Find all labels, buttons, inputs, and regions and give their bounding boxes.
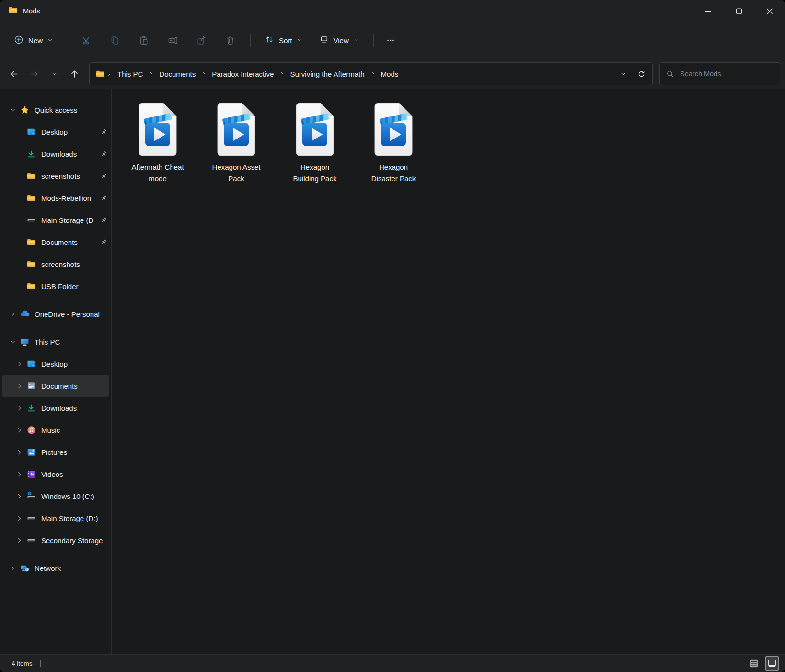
file-item[interactable]: Hexagon AssetPack (197, 101, 276, 185)
sidebar-item-label: screenshots (41, 172, 98, 180)
sidebar-item-label: Music (41, 426, 109, 434)
new-button[interactable]: New (7, 30, 60, 51)
breadcrumb-item[interactable]: Mods (377, 68, 403, 81)
pin-icon (98, 150, 109, 158)
plus-circle-icon (13, 35, 24, 46)
sidebar-item-desktop[interactable]: Desktop (2, 353, 109, 375)
up-button[interactable] (64, 65, 84, 82)
sort-button[interactable]: Sort (258, 30, 309, 50)
chevron-down-icon[interactable] (7, 106, 18, 114)
sidebar-item-label: Pictures (41, 448, 109, 456)
toolbar-actions (72, 31, 244, 50)
sidebar-item-screenshots[interactable]: screenshots (2, 165, 109, 187)
paste-button[interactable] (132, 31, 155, 50)
sidebar-item-music[interactable]: Music (2, 419, 109, 441)
breadcrumb-item[interactable]: Documents (155, 68, 199, 81)
large-icons-view-button[interactable] (765, 656, 779, 671)
chevron-right-icon[interactable] (7, 565, 18, 572)
sidebar-item-main-storage-d[interactable]: Main Storage (D:) (2, 507, 109, 529)
more-options-button[interactable] (380, 31, 402, 50)
file-item[interactable]: HexagonDisaster Pack (354, 101, 433, 185)
media-file-icon (135, 102, 180, 157)
paste-icon (139, 35, 150, 46)
breadcrumb-folder-icon (95, 69, 105, 79)
breadcrumb-item[interactable]: This PC (114, 68, 147, 81)
file-name: HexagonDisaster Pack (371, 162, 416, 185)
back-button[interactable] (4, 65, 24, 82)
file-item[interactable]: HexagonBuilding Pack (276, 101, 354, 185)
sidebar-item-quick-access[interactable]: Quick access (2, 99, 109, 121)
desktop-icon (25, 127, 37, 137)
folder-icon (8, 5, 18, 17)
pin-icon (98, 172, 109, 180)
sidebar-item-main-storage-d[interactable]: Main Storage (D (2, 209, 109, 231)
address-bar[interactable]: This PCDocumentsParadox InteractiveSurvi… (89, 62, 653, 85)
breadcrumb-item[interactable]: Surviving the Aftermath (286, 68, 368, 81)
details-view-button[interactable] (747, 656, 761, 671)
sidebar-item-videos[interactable]: Videos (2, 463, 109, 485)
address-bar-row: This PCDocumentsParadox InteractiveSurvi… (0, 58, 785, 89)
close-button[interactable] (754, 0, 785, 22)
sidebar-item-documents[interactable]: Documents (2, 375, 109, 397)
sidebar-item-pictures[interactable]: Pictures (2, 441, 109, 463)
maximize-button[interactable] (724, 0, 754, 22)
chevron-right-icon[interactable] (13, 360, 25, 368)
chevron-right-icon[interactable] (13, 537, 25, 544)
file-name: Hexagon AssetPack (212, 162, 261, 185)
rename-button[interactable] (161, 31, 184, 50)
file-grid: Aftermath CheatmodeHexagon AssetPackHexa… (118, 101, 785, 185)
navigation-pane: Quick accessDesktopDownloadsscreenshotsM… (0, 89, 112, 654)
new-button-label: New (28, 36, 43, 45)
sort-arrows-icon (265, 35, 275, 46)
view-button[interactable]: View (313, 30, 366, 50)
chevron-down-icon (47, 36, 53, 45)
sidebar-item-usb-folder[interactable]: USB Folder (2, 275, 109, 297)
chevron-right-icon[interactable] (13, 382, 25, 390)
chevron-right-icon[interactable] (13, 515, 25, 522)
sidebar-item-network[interactable]: Network (2, 557, 109, 579)
sidebar-item-label: Mods-Rebellion (41, 194, 98, 202)
sidebar-item-documents[interactable]: Documents (2, 231, 109, 253)
thispc-icon (18, 337, 31, 347)
sidebar-item-secondary-storage[interactable]: Secondary Storage (2, 529, 109, 551)
breadcrumb-item[interactable]: Paradox Interactive (208, 68, 277, 81)
pin-icon (98, 128, 109, 136)
forward-button[interactable] (24, 65, 44, 82)
breadcrumb-separator-icon (147, 71, 155, 77)
minimize-button[interactable] (693, 0, 724, 22)
sidebar-item-downloads[interactable]: Downloads (2, 397, 109, 419)
window-tab: Mods (8, 5, 40, 17)
chevron-down-icon (297, 36, 303, 45)
media-file-icon (371, 102, 416, 157)
chevron-right-icon[interactable] (13, 493, 25, 500)
chevron-right-icon[interactable] (13, 449, 25, 456)
recent-locations-button[interactable] (44, 65, 64, 82)
chevron-right-icon[interactable] (13, 427, 25, 434)
cut-button[interactable] (75, 31, 98, 50)
sidebar-item-screenshots[interactable]: screenshots (2, 253, 109, 275)
search-input[interactable] (679, 70, 775, 78)
refresh-button[interactable] (632, 65, 650, 82)
sidebar-item-downloads[interactable]: Downloads (2, 143, 109, 165)
sidebar-item-mods-rebellion[interactable]: Mods-Rebellion (2, 187, 109, 209)
sidebar-item-label: Documents (41, 382, 109, 390)
delete-button[interactable] (219, 31, 242, 50)
file-item[interactable]: Aftermath Cheatmode (118, 101, 197, 185)
toolbar-separator (66, 34, 66, 47)
chevron-right-icon[interactable] (7, 311, 18, 318)
sidebar-item-windows-10-c[interactable]: Windows 10 (C:) (2, 485, 109, 507)
sidebar-item-onedrive-personal[interactable]: OneDrive - Personal (2, 303, 109, 325)
address-dropdown-button[interactable] (614, 65, 632, 82)
delete-icon (225, 35, 236, 46)
sidebar-item-label: Main Storage (D:) (41, 514, 109, 522)
copy-button[interactable] (104, 31, 127, 50)
chevron-down-icon[interactable] (7, 338, 18, 346)
search-icon (666, 70, 675, 79)
chevron-right-icon[interactable] (13, 405, 25, 412)
sidebar-item-this-pc[interactable]: This PC (2, 331, 109, 353)
share-button[interactable] (190, 31, 213, 50)
chevron-right-icon[interactable] (13, 471, 25, 478)
sidebar-item-desktop[interactable]: Desktop (2, 121, 109, 143)
pin-icon (98, 238, 109, 246)
search-box (659, 62, 780, 85)
